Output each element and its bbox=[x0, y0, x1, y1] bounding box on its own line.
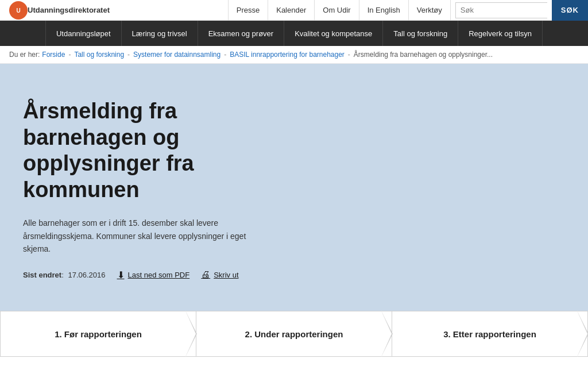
download-label: Last ned som PDF bbox=[128, 271, 190, 279]
search-input[interactable] bbox=[455, 2, 547, 18]
main-nav: Utdanningsløpet Læring og trivsel Eksame… bbox=[0, 21, 588, 46]
nav-verktoy[interactable]: Verktøy bbox=[409, 0, 451, 20]
svg-marker-3 bbox=[185, 311, 196, 357]
breadcrumb-tall[interactable]: Tall og forskning bbox=[74, 51, 124, 59]
steps-section: 1. Før rapporteringen 2. Under rapporter… bbox=[0, 311, 588, 357]
last-changed-colon: : bbox=[61, 271, 64, 279]
breadcrumb-sep-2: - bbox=[127, 51, 130, 59]
nav-laering[interactable]: Læring og trivsel bbox=[122, 21, 198, 46]
step-3[interactable]: 3. Etter rapporteringen bbox=[392, 311, 588, 357]
logo-area: U Utdanningsdirektoratet bbox=[0, 1, 110, 20]
step-1-label: 1. Før rapporteringen bbox=[55, 329, 142, 339]
last-changed: Sist endret: 17.06.2016 bbox=[23, 271, 106, 279]
print-icon: 🖨 bbox=[201, 269, 210, 280]
print-label: Skriv ut bbox=[214, 271, 238, 279]
page-title: Årsmelding fra barnehagen og opplysninge… bbox=[23, 98, 264, 203]
search-area: SØK bbox=[451, 0, 588, 20]
top-nav: Presse Kalender Om Udir In English Verkt… bbox=[228, 0, 451, 20]
breadcrumb-sep-3: - bbox=[224, 51, 226, 59]
nav-kalender[interactable]: Kalender bbox=[268, 0, 315, 20]
download-pdf-link[interactable]: ⬇ Last ned som PDF bbox=[117, 269, 190, 280]
svg-marker-5 bbox=[381, 311, 392, 357]
nav-eksamen[interactable]: Eksamen og prøver bbox=[198, 21, 284, 46]
download-icon: ⬇ bbox=[117, 269, 125, 280]
hero-actions: ⬇ Last ned som PDF 🖨 Skriv ut bbox=[117, 269, 239, 280]
svg-marker-7 bbox=[577, 311, 587, 357]
breadcrumb-sep-4: - bbox=[348, 51, 350, 59]
nav-tall[interactable]: Tall og forskning bbox=[383, 21, 458, 46]
breadcrumb-forside[interactable]: Forside bbox=[42, 51, 65, 59]
step-3-label: 3. Etter rapporteringen bbox=[443, 329, 536, 339]
step-1-chevron bbox=[185, 311, 206, 356]
svg-text:U: U bbox=[16, 7, 20, 14]
nav-om-udir[interactable]: Om Udir bbox=[315, 0, 359, 20]
nav-regelverk[interactable]: Regelverk og tilsyn bbox=[458, 21, 543, 46]
top-bar: U Utdanningsdirektoratet Presse Kalender… bbox=[0, 0, 588, 21]
search-button[interactable]: SØK bbox=[552, 0, 588, 21]
nav-presse[interactable]: Presse bbox=[228, 0, 268, 20]
breadcrumb-prefix: Du er her: bbox=[9, 51, 40, 59]
step-2-label: 2. Under rapporteringen bbox=[245, 329, 343, 339]
last-changed-label: Sist endret bbox=[23, 271, 61, 279]
hero-meta: Sist endret: 17.06.2016 ⬇ Last ned som P… bbox=[23, 269, 565, 280]
hero-description: Alle barnehager som er i drift 15. desem… bbox=[23, 217, 276, 255]
nav-utdanningslop[interactable]: Utdanningsløpet bbox=[45, 21, 122, 46]
step-2[interactable]: 2. Under rapporteringen bbox=[196, 311, 392, 357]
step-2-chevron bbox=[381, 311, 402, 356]
logo-text: Utdanningsdirektoratet bbox=[28, 6, 110, 14]
steps-row: 1. Før rapporteringen 2. Under rapporter… bbox=[0, 311, 588, 357]
logo-icon: U bbox=[9, 1, 28, 20]
breadcrumb: Du er her: Forside - Tall og forskning -… bbox=[0, 46, 588, 64]
hero-section: Årsmelding fra barnehagen og opplysninge… bbox=[0, 64, 588, 311]
top-bar-right: Presse Kalender Om Udir In English Verkt… bbox=[228, 0, 588, 20]
breadcrumb-basil[interactable]: BASIL innrapportering for barnehager bbox=[230, 51, 345, 59]
print-link[interactable]: 🖨 Skriv ut bbox=[201, 269, 238, 280]
breadcrumb-systemer[interactable]: Systemer for datainnsamling bbox=[133, 51, 220, 59]
step-3-chevron bbox=[577, 311, 588, 356]
last-changed-date: 17.06.2016 bbox=[68, 271, 105, 279]
step-1[interactable]: 1. Før rapporteringen bbox=[0, 311, 196, 357]
breadcrumb-current: Årsmelding fra barnehagen og opplysninge… bbox=[354, 51, 493, 59]
nav-kvalitet[interactable]: Kvalitet og kompetanse bbox=[284, 21, 383, 46]
nav-in-english[interactable]: In English bbox=[359, 0, 409, 20]
breadcrumb-sep-1: - bbox=[68, 51, 71, 59]
